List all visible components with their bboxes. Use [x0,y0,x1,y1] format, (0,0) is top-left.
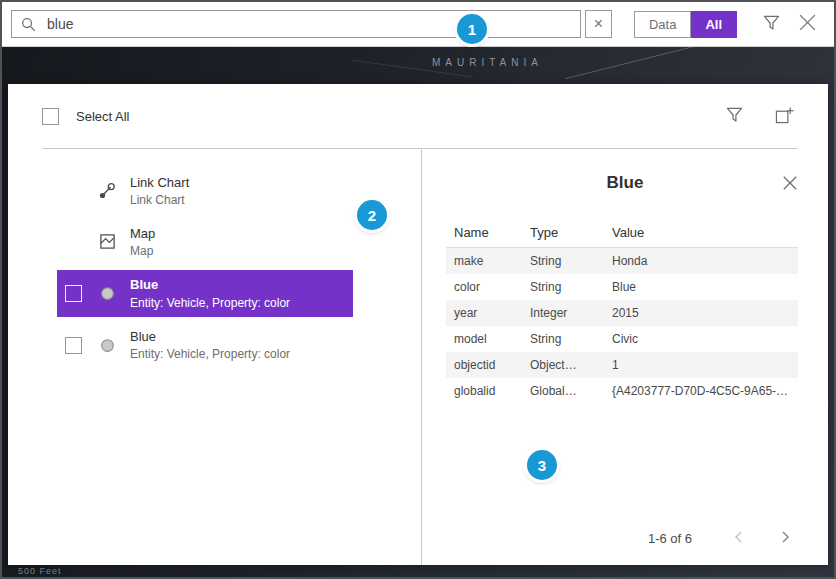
item-subtitle: Entity: Vehicle, Property: color [130,347,290,361]
results-header: Select All [42,84,798,149]
filter-icon [726,107,743,126]
entity-icon [97,335,117,355]
item-subtitle: Link Chart [130,193,189,207]
map-icon [97,232,117,252]
callout-badge-2: 2 [357,200,387,230]
pagination-label: 1-6 of 6 [648,531,692,546]
list-item-blue[interactable]: Blue Entity: Vehicle, Property: color [57,323,353,368]
close-icon [782,179,798,194]
close-search-button[interactable] [789,6,825,42]
table-row: make String Honda [446,248,798,274]
item-text: Blue Entity: Vehicle, Property: color [130,329,290,362]
search-scope-toggle: Data All [634,11,737,38]
item-title: Link Chart [130,175,189,191]
cell-type: Object… [530,358,612,372]
close-icon [798,13,817,35]
search-box [11,10,581,38]
cell-type: String [530,332,612,346]
cell-name: year [454,306,530,320]
item-subtitle: Map [130,244,155,258]
filter-icon [763,15,780,34]
item-checkbox[interactable] [65,337,82,354]
search-input[interactable] [45,15,571,33]
item-subtitle: Entity: Vehicle, Property: color [130,296,290,310]
search-toolbar: × Data All [2,2,834,47]
item-text: Map Map [130,226,155,259]
cell-name: model [454,332,530,346]
cell-value: {A4203777-D70D-4C5C-9A65-C… [612,384,790,398]
previous-page-button[interactable] [730,528,748,549]
map-region-label: MAURITANIA [432,57,543,68]
item-text: Link Chart Link Chart [130,175,189,208]
next-page-button[interactable] [776,528,794,549]
entity-icon [97,284,117,304]
search-results-panel: Select All [8,84,828,565]
cell-value: 2015 [612,306,790,320]
cell-type: Integer [530,306,612,320]
table-row: model String Civic [446,326,798,352]
scope-data-button[interactable]: Data [634,11,691,38]
cell-name: objectid [454,358,530,372]
link-chart-icon [97,181,117,201]
cell-type: String [530,280,612,294]
select-all-checkbox[interactable] [42,108,59,125]
select-all-label: Select All [76,109,129,124]
chevron-right-icon [778,530,792,547]
clear-search-button[interactable]: × [585,10,612,38]
detail-header: Blue [422,173,828,193]
list-item-link-chart[interactable]: Link Chart Link Chart [57,169,353,214]
search-icon [21,17,36,32]
table-rows: make String Honda color String Blue year… [446,248,798,404]
item-title: Blue [130,329,290,345]
clear-icon: × [594,16,603,32]
map-scale-label: 500 Feet [18,566,62,576]
table-row: objectid Object… 1 [446,352,798,378]
list-item-map[interactable]: Map Map [57,220,353,265]
table-row: year Integer 2015 [446,300,798,326]
cell-name: color [454,280,530,294]
cell-value: 1 [612,358,790,372]
item-title: Blue [130,277,290,293]
cell-name: make [454,254,530,268]
cell-value: Blue [612,280,790,294]
pagination: 1-6 of 6 [648,528,794,549]
detail-pane: Blue Name Type Value m [422,149,828,565]
close-detail-button[interactable] [780,173,800,196]
app-window: MAURITANIA 500 Feet × Data All 1 2 3 [0,0,836,579]
item-checkbox[interactable] [65,285,82,302]
properties-table: Name Type Value make String Honda color … [446,217,798,404]
callout-badge-1: 1 [457,14,487,44]
filter-button[interactable] [753,6,789,42]
cell-type: String [530,254,612,268]
table-row: color String Blue [446,274,798,300]
cell-name: globalid [454,384,530,398]
column-header-value: Value [612,225,790,240]
results-body: Link Chart Link Chart Map Map [8,149,828,565]
add-to-selection-icon [775,106,794,127]
cell-value: Honda [612,254,790,268]
item-text: Blue Entity: Vehicle, Property: color [130,277,290,310]
add-to-selection-button[interactable] [770,102,798,130]
table-header: Name Type Value [446,217,798,248]
results-header-actions [720,102,798,130]
chevron-left-icon [732,530,746,547]
results-filter-button[interactable] [720,102,748,130]
detail-title: Blue [607,173,644,192]
column-header-name: Name [454,225,530,240]
callout-badge-3: 3 [527,450,557,480]
table-row: globalid Global… {A4203777-D70D-4C5C-9A6… [446,378,798,404]
scope-all-button[interactable]: All [691,11,737,38]
list-item-blue-selected[interactable]: Blue Entity: Vehicle, Property: color [57,270,353,317]
cell-value: Civic [612,332,790,346]
column-header-type: Type [530,225,612,240]
cell-type: Global… [530,384,612,398]
item-title: Map [130,226,155,242]
